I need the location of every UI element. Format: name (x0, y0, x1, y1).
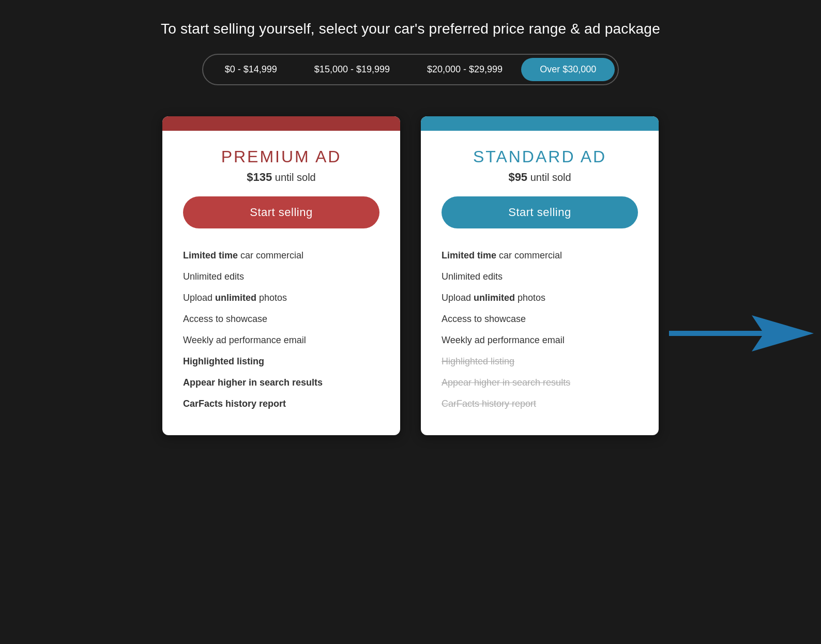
cards-container: PREMIUM AD $135 until sold Start selling… (162, 116, 659, 435)
premium-feature-list: Limited time car commercial Unlimited ed… (183, 245, 379, 415)
premium-feature-6: Highlighted listing (183, 351, 379, 372)
premium-card-title: PREMIUM AD (183, 147, 379, 166)
premium-feature-6-bold: Highlighted listing (183, 356, 264, 366)
premium-feature-7-bold: Appear higher in search results (183, 377, 323, 388)
premium-price-suffix: until sold (272, 172, 316, 183)
premium-feature-4: Access to showcase (183, 309, 379, 330)
standard-ad-card: STANDARD AD $95 until sold Start selling… (421, 116, 659, 435)
premium-feature-7: Appear higher in search results (183, 372, 379, 393)
premium-card-body: PREMIUM AD $135 until sold Start selling… (162, 131, 400, 435)
premium-feature-5: Weekly ad performance email (183, 330, 379, 351)
premium-price-amount: $135 (247, 171, 272, 183)
standard-price-suffix: until sold (527, 172, 571, 183)
premium-card-header (162, 116, 400, 131)
standard-feature-8: CarFacts history report (442, 393, 638, 415)
price-range-2[interactable]: $20,000 - $29,999 (408, 58, 521, 81)
price-range-0[interactable]: $0 - $14,999 (206, 58, 296, 81)
premium-ad-card: PREMIUM AD $135 until sold Start selling… (162, 116, 400, 435)
standard-card-header (421, 116, 659, 131)
arrow-icon (669, 313, 814, 354)
premium-feature-1: Limited time car commercial (183, 245, 379, 266)
standard-feature-list: Limited time car commercial Unlimited ed… (442, 245, 638, 415)
standard-feature-3-bold: unlimited (474, 293, 515, 303)
standard-card-title: STANDARD AD (442, 147, 638, 166)
price-range-3[interactable]: Over $30,000 (521, 58, 615, 81)
standard-feature-1-bold: Limited time (442, 250, 496, 260)
standard-feature-7: Appear higher in search results (442, 372, 638, 393)
arrow-annotation (669, 313, 814, 354)
standard-feature-6: Highlighted listing (442, 351, 638, 372)
standard-card-price: $95 until sold (442, 171, 638, 184)
standard-feature-4: Access to showcase (442, 309, 638, 330)
premium-start-selling-button[interactable]: Start selling (183, 196, 379, 228)
premium-feature-8: CarFacts history report (183, 393, 379, 415)
standard-card-body: STANDARD AD $95 until sold Start selling… (421, 131, 659, 435)
page-title: To start selling yourself, select your c… (161, 21, 660, 37)
premium-feature-2: Unlimited edits (183, 266, 379, 287)
premium-feature-3-bold: unlimited (215, 293, 256, 303)
premium-feature-3: Upload unlimited photos (183, 287, 379, 309)
standard-feature-5: Weekly ad performance email (442, 330, 638, 351)
standard-feature-1: Limited time car commercial (442, 245, 638, 266)
premium-card-price: $135 until sold (183, 171, 379, 184)
standard-price-amount: $95 (508, 171, 527, 183)
standard-feature-3: Upload unlimited photos (442, 287, 638, 309)
standard-start-selling-button[interactable]: Start selling (442, 196, 638, 228)
standard-feature-2: Unlimited edits (442, 266, 638, 287)
premium-feature-8-bold: CarFacts history report (183, 398, 286, 409)
price-range-selector: $0 - $14,999 $15,000 - $19,999 $20,000 -… (202, 54, 619, 85)
price-range-1[interactable]: $15,000 - $19,999 (296, 58, 408, 81)
premium-feature-1-bold: Limited time (183, 250, 238, 260)
svg-marker-0 (669, 315, 814, 351)
